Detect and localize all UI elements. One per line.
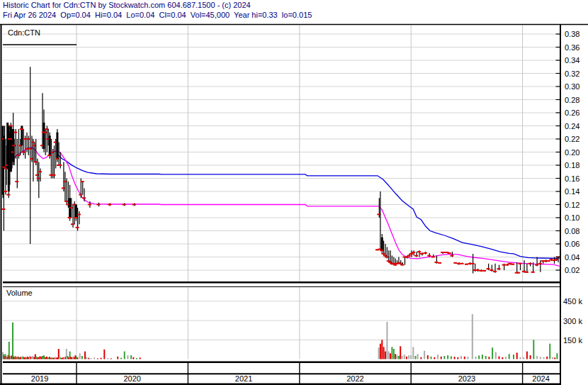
year-label-2024: 2024 (532, 374, 549, 383)
volume-axis-label: 450 k (563, 297, 582, 306)
year-label-2020: 2020 (123, 374, 140, 383)
price-axis-label: 0.28 (565, 96, 579, 104)
price-axis-label: 0.08 (565, 227, 579, 235)
price-axis-label: 0.38 (565, 30, 579, 38)
volume-axis-label: 300 k (563, 317, 582, 325)
series-layer (1, 67, 560, 359)
year-label-2019: 2019 (31, 374, 48, 383)
price-axis-label: 0.16 (565, 174, 579, 183)
price-axis-label: 0.22 (565, 135, 579, 143)
price-axis-label: 0.04 (565, 253, 579, 262)
symbol-label: Cdn:CTN (8, 28, 40, 37)
gridline-layer (3, 26, 560, 359)
price-axis-label: 0.30 (565, 82, 579, 91)
year-label-2022: 2022 (346, 374, 363, 383)
price-axis-label: 0.32 (565, 69, 579, 78)
price-axis-label: 0.26 (565, 108, 579, 117)
price-axis-label: 0.02 (565, 266, 579, 274)
stock-chart-canvas: 0.380.360.340.320.300.280.260.240.220.20… (0, 0, 588, 385)
year-label-2023: 2023 (458, 374, 475, 383)
volume-pane-label: Volume (6, 289, 33, 297)
stockwatch-historic-chart-window: Historic Chart for Cdn:CTN by Stockwatch… (0, 0, 588, 385)
price-axis-label: 0.34 (565, 56, 579, 65)
price-axis-label: 0.10 (565, 213, 579, 222)
price-axis-label: 0.12 (565, 201, 579, 209)
price-axis-label: 0.36 (565, 43, 579, 52)
year-label-2021: 2021 (235, 374, 252, 383)
price-axis-label: 0.06 (565, 240, 579, 248)
price-axis-label: 0.20 (565, 148, 579, 157)
price-axis-label: 0.18 (565, 161, 579, 169)
volume-axis-label: 150 k (563, 336, 582, 345)
price-axis-label: 0.24 (565, 122, 579, 130)
price-axis-label: 0.14 (565, 187, 579, 196)
